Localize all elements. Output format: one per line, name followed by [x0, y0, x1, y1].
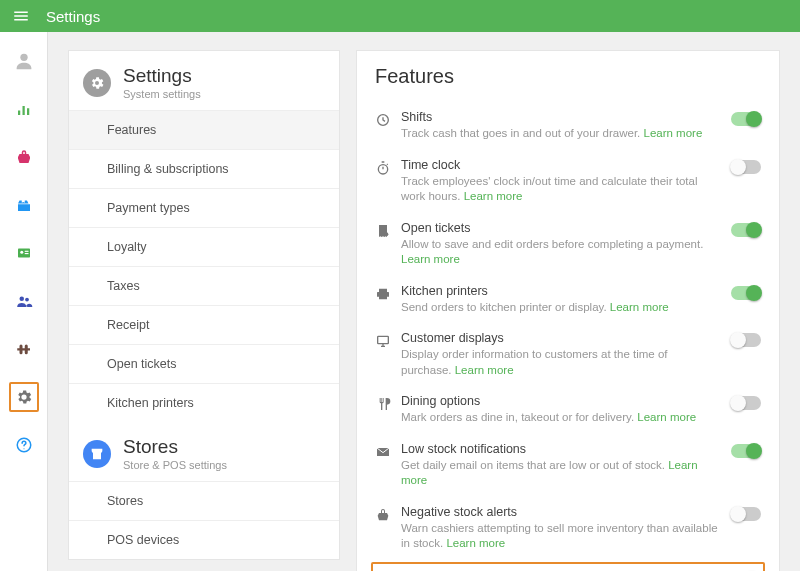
feature-title: Negative stock alerts — [401, 505, 721, 519]
feature-title: Dining options — [401, 394, 721, 408]
feature-toggle[interactable] — [731, 286, 761, 300]
svg-point-0 — [20, 54, 27, 61]
learn-more-link[interactable]: Learn more — [455, 364, 514, 376]
feature-toggle[interactable] — [731, 112, 761, 126]
settings-icon[interactable] — [9, 382, 39, 412]
page-title: Features — [375, 65, 761, 88]
svg-point-6 — [25, 298, 29, 302]
learn-more-link[interactable]: Learn more — [464, 190, 523, 202]
receipt-icon — [375, 223, 401, 239]
analytics-icon[interactable] — [9, 94, 39, 124]
section-subtitle: System settings — [123, 88, 201, 100]
employees-icon[interactable] — [9, 238, 39, 268]
sidebar-item-stores[interactable]: Stores — [69, 481, 339, 520]
feature-row: Negative stock alertsWarn cashiers attem… — [375, 497, 761, 560]
feature-title: Kitchen printers — [401, 284, 721, 298]
integrations-icon[interactable] — [9, 334, 39, 364]
section-header-settings: Settings System settings — [69, 51, 339, 110]
topbar-title: Settings — [46, 8, 100, 25]
feature-row: Open ticketsAllow to save and edit order… — [375, 213, 761, 276]
feature-toggle[interactable] — [731, 333, 761, 347]
inventory-icon[interactable] — [9, 190, 39, 220]
section-subtitle: Store & POS settings — [123, 459, 227, 471]
products-icon[interactable] — [9, 142, 39, 172]
sidebar-item-loyalty[interactable]: Loyalty — [69, 227, 339, 266]
help-icon[interactable] — [9, 430, 39, 460]
section-title: Settings — [123, 65, 201, 87]
feature-title: Shifts — [401, 110, 721, 124]
feature-desc: Mark orders as dine in, takeout or for d… — [401, 410, 721, 426]
feature-desc: Send orders to kitchen printer or displa… — [401, 300, 721, 316]
feature-title: Customer displays — [401, 331, 721, 345]
feature-desc: Allow to save and edit orders before com… — [401, 237, 721, 268]
learn-more-link[interactable]: Learn more — [446, 537, 505, 549]
clock-icon — [375, 112, 401, 128]
feature-row: kgWeight embedded barcodesAllow to scan … — [371, 562, 765, 571]
feature-title: Time clock — [401, 158, 721, 172]
svg-rect-4 — [24, 253, 28, 254]
sidebar-item-kitchen-printers[interactable]: Kitchen printers — [69, 383, 339, 422]
svg-point-2 — [20, 251, 23, 254]
sidebar-item-billing[interactable]: Billing & subscriptions — [69, 149, 339, 188]
sidebar-item-receipt[interactable]: Receipt — [69, 305, 339, 344]
svg-rect-3 — [24, 251, 28, 252]
feature-desc: Display order information to customers a… — [401, 347, 721, 378]
feature-row: ShiftsTrack cash that goes in and out of… — [375, 102, 761, 150]
feature-toggle[interactable] — [731, 507, 761, 521]
feature-row: Kitchen printersSend orders to kitchen p… — [375, 276, 761, 324]
feature-title: Open tickets — [401, 221, 721, 235]
svg-point-11 — [384, 232, 388, 236]
features-panel: Features ShiftsTrack cash that goes in a… — [356, 50, 780, 571]
settings-sidebar: Settings System settings Features Billin… — [68, 50, 340, 560]
cutlery-icon — [375, 396, 401, 412]
feature-toggle[interactable] — [731, 444, 761, 458]
feature-toggle[interactable] — [731, 223, 761, 237]
display-icon — [375, 333, 401, 349]
feature-row: Customer displaysDisplay order informati… — [375, 323, 761, 386]
learn-more-link[interactable]: Learn more — [401, 253, 460, 265]
feature-toggle[interactable] — [731, 396, 761, 410]
customers-icon[interactable] — [9, 286, 39, 316]
svg-point-10 — [378, 164, 387, 173]
section-header-stores: Stores Store & POS settings — [69, 422, 339, 481]
printer-icon — [375, 286, 401, 302]
feature-toggle[interactable] — [731, 160, 761, 174]
feature-row: Dining optionsMark orders as dine in, ta… — [375, 386, 761, 434]
nav-rail — [0, 32, 48, 571]
mail-icon — [375, 444, 401, 460]
learn-more-link[interactable]: Learn more — [644, 127, 703, 139]
sidebar-item-features[interactable]: Features — [69, 110, 339, 149]
feature-desc: Track cash that goes in and out of your … — [401, 126, 721, 142]
svg-point-5 — [19, 297, 24, 302]
learn-more-link[interactable]: Learn more — [637, 411, 696, 423]
sidebar-item-open-tickets[interactable]: Open tickets — [69, 344, 339, 383]
svg-rect-12 — [378, 336, 389, 343]
hamburger-icon[interactable] — [12, 7, 30, 25]
gear-icon — [83, 69, 111, 97]
learn-more-link[interactable]: Learn more — [610, 301, 669, 313]
section-title: Stores — [123, 436, 227, 458]
svg-point-8 — [23, 448, 24, 449]
feature-row: Low stock notificationsGet daily email o… — [375, 434, 761, 497]
stopwatch-icon — [375, 160, 401, 176]
sidebar-item-payment-types[interactable]: Payment types — [69, 188, 339, 227]
sidebar-item-taxes[interactable]: Taxes — [69, 266, 339, 305]
feature-desc: Warn cashiers attempting to sell more in… — [401, 521, 721, 552]
basket-icon — [375, 507, 401, 523]
feature-desc: Get daily email on items that are low or… — [401, 458, 721, 489]
sidebar-item-pos-devices[interactable]: POS devices — [69, 520, 339, 559]
feature-row: Time clockTrack employees' clock in/out … — [375, 150, 761, 213]
feature-title: Low stock notifications — [401, 442, 721, 456]
feature-desc: Track employees' clock in/out time and c… — [401, 174, 721, 205]
account-icon[interactable] — [9, 46, 39, 76]
store-icon — [83, 440, 111, 468]
topbar: Settings — [0, 0, 800, 32]
